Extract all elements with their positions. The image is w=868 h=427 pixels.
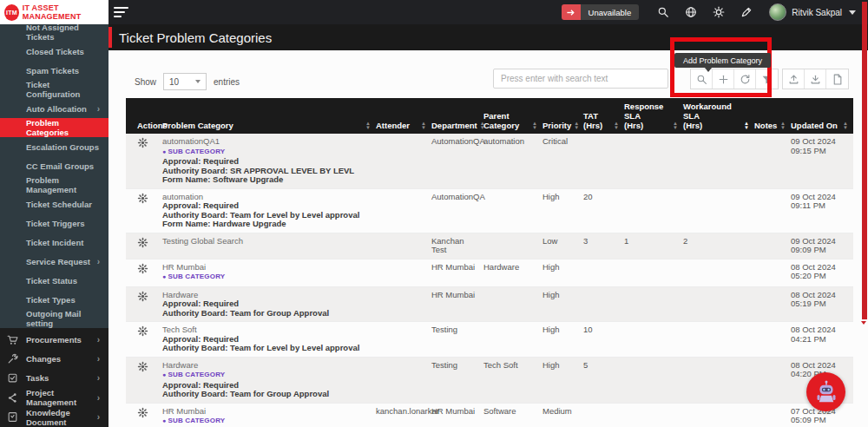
column-header-attender[interactable]: Attender▲▼ [376, 98, 431, 134]
column-header-parent-category[interactable]: ParentCategory▲▼ [483, 98, 542, 134]
sidebar-item-ticket-status[interactable]: Ticket Status [0, 271, 108, 290]
row-actions-gear-icon[interactable] [137, 263, 148, 274]
vertical-scrollbar[interactable] [862, 2, 867, 319]
tat-hrs-cell [583, 403, 624, 427]
sub-category-badge[interactable]: ●SUB CATEGORY [162, 273, 372, 282]
sidebar-item-label: Ticket Incident [26, 238, 83, 247]
sidebar-item-outgoing-mail-setting[interactable]: Outgoing Mail setting [0, 309, 108, 328]
sidebar-item-ticket-incident[interactable]: Ticket Incident [0, 233, 108, 252]
problem-category-name: Testing Global Search [162, 237, 372, 246]
sidebar-item-not-assigned-tickets[interactable]: Not Assigned Tickets [0, 23, 108, 42]
sidebar-item-project-management[interactable]: Project Management› [0, 388, 108, 407]
sort-icon[interactable]: ▲▼ [529, 122, 537, 130]
column-header-workaround-sla-hrs[interactable]: Workaround SLA(Hrs)▲▼ [683, 98, 754, 134]
sidebar-item-cc-email-groups[interactable]: CC Email Groups [0, 156, 108, 175]
add-icon [718, 74, 729, 85]
title-accent-bar [108, 27, 112, 48]
row-actions-gear-icon[interactable] [137, 237, 148, 248]
table-row: automationQA1●SUB CATEGORYApproval: Requ… [126, 134, 853, 188]
sidebar-item-label: Problem Categories [26, 118, 100, 137]
sidebar-item-ticket-triggers[interactable]: Ticket Triggers [0, 214, 108, 233]
column-header-label: Updated On [791, 121, 838, 130]
response-sla-hrs-cell [624, 286, 683, 322]
column-header-department[interactable]: Department▲▼ [431, 98, 483, 134]
sort-icon[interactable]: ▲▼ [363, 122, 371, 130]
add-button[interactable] [713, 69, 734, 89]
sidebar-item-problem-management[interactable]: Problem Management [0, 175, 108, 194]
detail-line: Form Name: Software Upgrade [162, 175, 372, 185]
sidebar-item-closed-tickets[interactable]: Closed Tickets [0, 42, 108, 61]
sidebar-item-label: CC Email Groups [26, 161, 94, 171]
column-header-label: Notes [754, 121, 777, 130]
sub-category-badge[interactable]: ●SUB CATEGORY [162, 417, 372, 426]
chevron-down-icon[interactable] [849, 10, 856, 15]
hamburger-menu-icon[interactable] [114, 4, 140, 20]
notes-cell [754, 134, 791, 188]
sort-icon[interactable]: ▲▼ [418, 122, 426, 130]
tat-hrs-cell: 10 [583, 322, 624, 358]
priority-cell: High [542, 357, 583, 403]
sort-icon[interactable]: ▲▼ [778, 122, 786, 130]
sidebar-item-procurements[interactable]: Procurements› [0, 330, 108, 349]
priority-cell: Critical [542, 134, 583, 188]
export-file-button[interactable] [826, 69, 848, 89]
refresh-button[interactable] [734, 69, 756, 89]
chevron-right-icon: › [97, 412, 100, 422]
entries-per-page-select[interactable]: 10 [163, 73, 207, 90]
sidebar-item-auto-allocation[interactable]: Auto Allocation› [0, 99, 108, 118]
column-header-problem-category[interactable]: Problem Category▲▼ [162, 98, 376, 134]
row-actions-gear-icon[interactable] [137, 325, 148, 337]
search-icon[interactable] [657, 6, 669, 18]
upload-button[interactable] [783, 69, 805, 89]
sort-icon[interactable]: ▲▼ [840, 122, 848, 130]
sort-icon[interactable]: ▲▼ [670, 122, 678, 130]
sort-icon[interactable]: ▲▼ [611, 122, 619, 130]
sidebar-item-knowledge-document[interactable]: Knowledge Document› [0, 408, 108, 427]
column-header-tat-hrs[interactable]: TAT(Hrs)▲▼ [583, 98, 624, 134]
app-logo[interactable]: ITM IT ASSET MANAGEMENT [0, 0, 108, 24]
sort-icon[interactable]: ▲▼ [741, 122, 749, 130]
column-header-response-sla-hrs[interactable]: Response SLA(Hrs)▲▼ [624, 98, 683, 134]
search-input[interactable] [493, 69, 668, 89]
row-actions-gear-icon[interactable] [137, 291, 148, 302]
sidebar-item-spam-tickets[interactable]: Spam Tickets [0, 61, 108, 80]
row-actions-gear-icon[interactable] [137, 361, 148, 372]
sub-category-badge[interactable]: ●SUB CATEGORY [162, 148, 372, 157]
row-actions-gear-icon[interactable] [137, 407, 148, 418]
parent-category-cell: Software [483, 403, 542, 427]
column-header-updated-on[interactable]: Updated On▲▼ [791, 98, 853, 134]
sub-category-badge[interactable]: ●SUB CATEGORY [162, 371, 372, 380]
sidebar-item-tasks[interactable]: Tasks› [0, 369, 108, 388]
problem-category-name: automationQA1 [162, 137, 372, 147]
sidebar-item-label: Tasks [26, 373, 49, 383]
refresh-icon [740, 74, 751, 85]
sidebar-item-service-request[interactable]: Service Request› [0, 252, 108, 271]
sidebar-item-ticket-schedular[interactable]: Ticket Schedular [0, 194, 108, 214]
sidebar-item-problem-categories[interactable]: Problem Categories [0, 118, 108, 137]
globe-icon[interactable] [685, 6, 697, 18]
department-cell: HR Mumbai [431, 259, 483, 286]
sidebar-item-escalation-groups[interactable]: Escalation Groups [0, 137, 108, 156]
sidebar-item-changes[interactable]: Changes› [0, 349, 108, 368]
user-name[interactable]: Ritvik Sakpal [792, 8, 842, 17]
gear-icon[interactable] [713, 6, 725, 18]
row-actions-gear-icon[interactable] [137, 193, 148, 204]
sidebar-item-ticket-types[interactable]: Ticket Types [0, 290, 108, 309]
sort-icon[interactable]: ▲▼ [571, 122, 579, 130]
chevron-right-icon: › [97, 354, 100, 364]
chatbot-button[interactable] [806, 372, 845, 411]
sidebar-item-ticket-configuration[interactable]: Ticket Configuration [0, 80, 108, 99]
column-header-priority[interactable]: Priority▲▼ [542, 98, 583, 134]
filter-button[interactable] [756, 69, 778, 89]
attender-cell [376, 188, 431, 233]
availability-toggle[interactable]: Unavailable [562, 4, 640, 20]
download-button[interactable] [805, 69, 826, 89]
priority-cell: Low [542, 233, 583, 259]
pencil-icon[interactable] [740, 6, 753, 18]
row-actions-gear-icon[interactable] [137, 137, 148, 148]
column-header-notes[interactable]: Notes▲▼ [754, 98, 791, 134]
avatar[interactable] [769, 3, 786, 21]
tat-hrs-cell [583, 286, 624, 322]
problem-category-name: HR Mumbai [162, 263, 372, 273]
search-button[interactable] [691, 69, 713, 89]
